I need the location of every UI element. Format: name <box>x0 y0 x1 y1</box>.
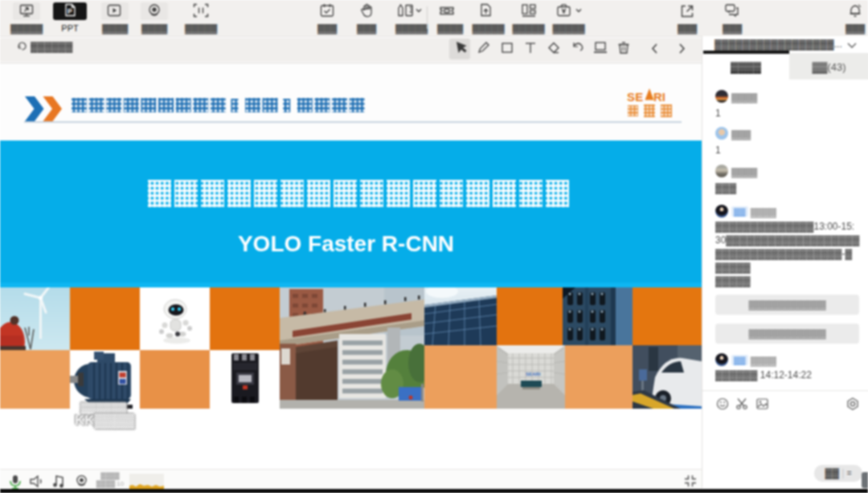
svg-text:RI: RI <box>653 90 665 104</box>
svg-text:SEARI: SEARI <box>526 372 541 377</box>
svg-text:P: P <box>68 7 72 15</box>
svg-text:SE: SE <box>627 90 643 104</box>
